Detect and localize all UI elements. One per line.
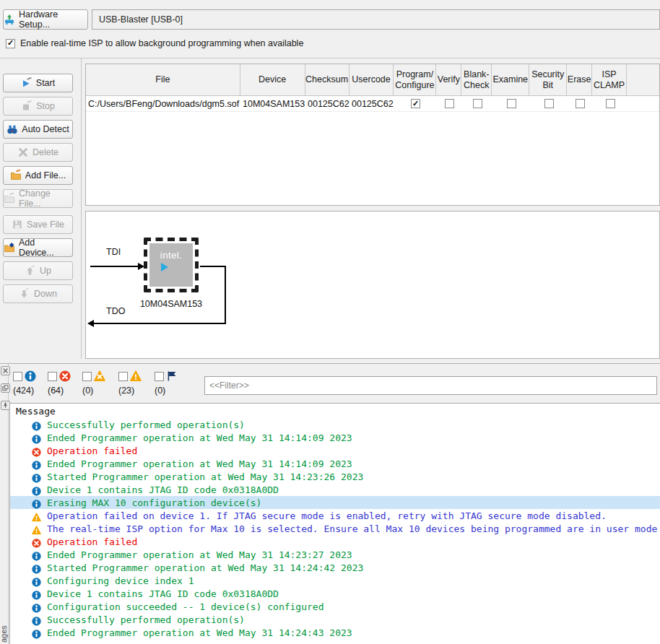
add-file-button[interactable]: Add File...	[3, 166, 73, 185]
sidebar-button-label: Up	[40, 266, 51, 276]
info-icon	[32, 498, 41, 508]
cell-verify-checkbox[interactable]	[445, 99, 454, 108]
info-icon	[32, 615, 41, 625]
message-text: Operation failed	[47, 445, 137, 456]
message-text: Device 1 contains JTAG ID code 0x0318A0D…	[47, 588, 279, 599]
flag-icon	[166, 370, 178, 382]
message-row[interactable]: Operation failed	[10, 444, 660, 457]
messages-tab-vertical[interactable]: ages	[0, 625, 8, 643]
save-file-button[interactable]: Save File	[3, 215, 73, 234]
error-filter-checkbox[interactable]	[48, 372, 57, 381]
close-panel-button[interactable]	[1, 366, 10, 375]
error-icon	[32, 537, 41, 547]
message-row[interactable]: Ended Programmer operation at Wed May 31…	[10, 431, 660, 444]
info-filter-group: (424)	[13, 370, 48, 396]
save-file-icon	[12, 219, 23, 230]
column-header-checksum: Checksum	[305, 64, 349, 95]
file-table: FileDeviceChecksumUsercodeProgram/ Confi…	[85, 64, 660, 206]
message-row[interactable]: Configuration succeeded -- 1 device(s) c…	[10, 600, 660, 613]
message-row[interactable]: Ended Programmer operation at Wed May 31…	[10, 626, 660, 639]
filter-input[interactable]	[204, 376, 657, 395]
critical-warning-filter-group: (0)	[82, 370, 117, 396]
hardware-setup-button[interactable]: Hardware Setup...	[3, 9, 88, 30]
sidebar-button-label: Start	[36, 78, 55, 88]
sidebar-button-label: Delete	[32, 147, 58, 157]
info-icon	[32, 576, 41, 586]
cell-security-bit	[530, 99, 568, 108]
device-chip[interactable]: intel.	[144, 238, 199, 292]
message-row[interactable]: The real-time ISP option for Max 10 is s…	[10, 522, 660, 535]
cell-blank-check-checkbox[interactable]	[473, 99, 482, 108]
info-icon	[32, 628, 41, 638]
column-header-verify: Verify	[436, 64, 461, 95]
intel-logo: intel.	[160, 250, 182, 261]
enable-isp-checkbox[interactable]	[6, 39, 15, 48]
warning-filter-checkbox[interactable]	[118, 372, 128, 381]
message-row[interactable]: Erasing MAX 10 configuration device(s)	[10, 496, 660, 509]
message-row[interactable]: Ended Programmer operation at Wed May 31…	[10, 548, 660, 561]
cell-program-configure	[394, 99, 437, 108]
message-text: Configuration succeeded -- 1 device(s) c…	[47, 601, 324, 612]
message-row[interactable]: Device 1 contains JTAG ID code 0x0318A0D…	[10, 587, 660, 600]
flag-filter-checkbox[interactable]	[155, 372, 164, 381]
info-filter-checkbox[interactable]	[13, 372, 22, 381]
start-button[interactable]: Start	[3, 74, 73, 92]
down-icon	[19, 288, 30, 300]
message-row[interactable]: Device 1 contains JTAG ID code 0x0318A0D…	[10, 483, 660, 496]
start-icon	[21, 77, 32, 89]
cell-isp-clamp-checkbox[interactable]	[606, 99, 615, 108]
sidebar-button-label: Add File...	[25, 170, 66, 180]
float-panel-button[interactable]	[1, 383, 10, 393]
table-row[interactable]: C:/Users/BFeng/Downloads/dgm5.sof10M04SA…	[86, 96, 659, 112]
cell-verify	[437, 99, 462, 108]
add-device-button[interactable]: Add Device...	[3, 238, 73, 257]
chain-wire-right	[200, 266, 226, 267]
delete-button[interactable]: Delete	[3, 143, 73, 162]
sidebar-button-label: Stop	[36, 101, 55, 111]
file-table-header: FileDeviceChecksumUsercodeProgram/ Confi…	[86, 64, 659, 96]
critical-warning-filter-checkbox[interactable]	[82, 372, 92, 381]
error-icon	[59, 370, 71, 382]
info-icon	[32, 602, 41, 612]
message-text: Ended Programmer operation at Wed May 31…	[47, 627, 352, 638]
message-column-header: Message	[10, 404, 660, 418]
flag-filter-group: (0)	[155, 370, 189, 396]
message-row[interactable]: Started Programmer operation at Wed May …	[10, 561, 660, 574]
message-text: The real-time ISP option for Max 10 is s…	[47, 523, 660, 534]
message-row[interactable]: Successfully performed operation(s)	[10, 418, 660, 431]
cell-program-configure-checkbox[interactable]	[411, 99, 420, 108]
cell-examine-checkbox[interactable]	[507, 99, 516, 108]
sidebar-button-label: Add Device...	[19, 238, 72, 258]
message-text: Ended Programmer operation at Wed May 31…	[47, 458, 352, 469]
hardware-device-field[interactable]: USB-Blaster [USB-0]	[92, 9, 660, 30]
message-text: Operation failed	[47, 536, 137, 547]
chip-device-label: 10M04SAM153	[139, 299, 204, 309]
column-header-device: Device	[240, 64, 305, 95]
message-row[interactable]: Operation failed on device 1. If JTAG se…	[10, 509, 660, 522]
info-icon	[32, 563, 41, 573]
stop-button[interactable]: Stop	[3, 97, 73, 116]
auto-detect-button[interactable]: Auto Detect	[3, 120, 73, 139]
critical-warning-icon	[94, 370, 105, 382]
up-icon	[25, 265, 36, 277]
message-row[interactable]: Ended Programmer operation at Wed May 31…	[10, 457, 660, 470]
flag-filter-count: (0)	[155, 386, 189, 396]
warning-icon	[32, 511, 41, 521]
intel-play-icon	[161, 263, 168, 271]
sidebar-divider	[81, 58, 82, 359]
message-row[interactable]: Successfully performed operation(s)	[10, 613, 660, 626]
message-row[interactable]: Started Programmer operation at Wed May …	[10, 470, 660, 483]
error-filter-group: (64)	[48, 370, 82, 396]
cell-erase-checkbox[interactable]	[576, 99, 585, 108]
change-file-button[interactable]: Change File...	[3, 189, 73, 208]
up-button[interactable]: Up	[3, 261, 73, 280]
message-row[interactable]: Configuring device index 1	[10, 574, 660, 587]
warning-filter-count: (23)	[118, 386, 153, 396]
message-row[interactable]: Operation failed	[10, 535, 660, 548]
messages-panel: ages (424)(64)(0)(23)(0) Message Success…	[0, 363, 660, 644]
down-button[interactable]: Down	[3, 284, 73, 303]
message-text: Operation failed on device 1. If JTAG se…	[47, 510, 607, 521]
cell-security-bit-checkbox[interactable]	[544, 99, 554, 108]
auto-detect-icon	[6, 123, 18, 135]
top-divider	[0, 58, 660, 58]
